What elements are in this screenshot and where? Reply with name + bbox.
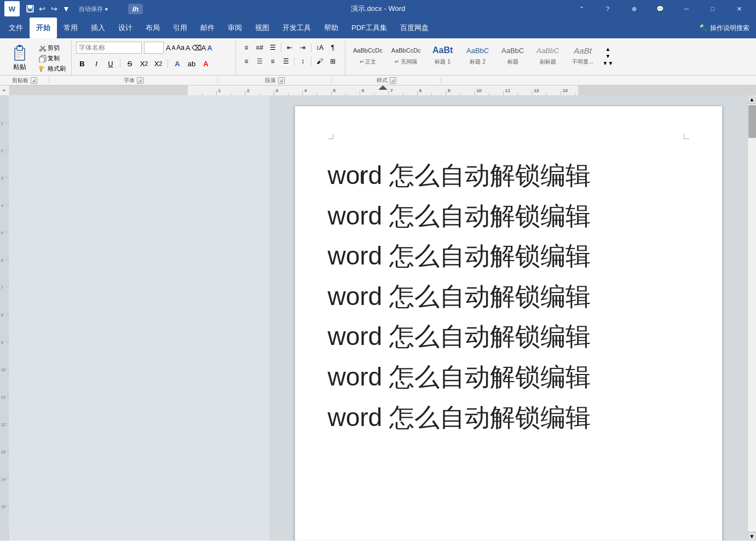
menu-mailings[interactable]: 邮件 — [194, 18, 221, 38]
justify-button[interactable]: ☰ — [280, 55, 292, 67]
styles-expand-btn[interactable]: ⊿ — [390, 77, 396, 84]
menu-developer[interactable]: 开发工具 — [276, 18, 318, 38]
menu-help-search[interactable]: 🔦操作说明搜索 — [695, 18, 754, 38]
superscript-button[interactable]: X2 — [152, 57, 164, 70]
svg-text:7: 7 — [390, 88, 393, 93]
font-name-input[interactable] — [76, 42, 142, 54]
doc-line-1[interactable]: word 怎么自动解锁编辑 — [328, 156, 689, 196]
menu-review[interactable]: 审阅 — [221, 18, 249, 38]
paste-icon — [11, 44, 28, 61]
menu-baidu[interactable]: 百度网盘 — [394, 18, 435, 38]
styles-expand-btn[interactable]: ▼▼ — [603, 60, 614, 66]
show-formatting-button[interactable]: ¶ — [327, 42, 339, 54]
doc-line-3[interactable]: word 怎么自动解锁编辑 — [328, 236, 689, 277]
cut-button[interactable]: 剪切 — [38, 43, 67, 53]
style-heading[interactable]: AaBbC 标题 — [497, 42, 529, 67]
text-effect-button[interactable]: A — [171, 57, 183, 70]
scroll-up-btn[interactable]: ▲ — [748, 95, 757, 104]
menu-home[interactable]: 开始 — [30, 18, 57, 38]
menu-view[interactable]: 视图 — [249, 18, 276, 38]
text-cursor — [361, 172, 362, 183]
menu-layout[interactable]: 布局 — [139, 18, 166, 38]
clear-format-icon[interactable]: ⌫A — [192, 44, 206, 52]
svg-rect-1 — [28, 5, 32, 8]
document-page[interactable]: word 怎么自动解锁编辑word 怎么自动解锁编辑word 怎么自动解锁编辑w… — [295, 106, 722, 540]
bold-button[interactable]: B — [76, 57, 88, 70]
doc-line-2[interactable]: word 怎么自动解锁编辑 — [328, 196, 689, 237]
styles-up-btn[interactable]: ▲ — [603, 46, 614, 52]
strikethrough-button[interactable]: S — [124, 57, 136, 70]
document-content[interactable]: word 怎么自动解锁编辑word 怎么自动解锁编辑word 怎么自动解锁编辑w… — [328, 156, 689, 438]
share-btn[interactable]: ⊕ — [621, 0, 647, 18]
style-subtle[interactable]: AaBt 不明显... — [567, 42, 599, 67]
text-highlight-icon[interactable]: A — [186, 44, 191, 52]
doc-line-5[interactable]: word 怎么自动解锁编辑 — [328, 316, 689, 357]
minimize-btn[interactable]: ─ — [674, 0, 699, 18]
copy-button[interactable]: 复制 — [38, 54, 67, 63]
maximize-btn[interactable]: □ — [700, 0, 725, 18]
style-subtitle[interactable]: AaBbC 副标题 — [532, 42, 564, 67]
style-normal[interactable]: AaBbCcDc ↵ 正文 — [350, 42, 386, 67]
scroll-thumb[interactable] — [748, 105, 756, 138]
ribbon-collapse-btn[interactable]: ⌃ — [569, 0, 594, 18]
clipboard-expand-btn[interactable]: ⊿ — [31, 77, 37, 84]
font-case-icon[interactable]: Aa — [176, 44, 184, 51]
font-size-input[interactable] — [144, 42, 164, 54]
help-btn[interactable]: ? — [595, 0, 620, 18]
shading-button[interactable]: 🖌 — [314, 55, 326, 67]
sort-button[interactable]: ↕A — [314, 42, 326, 54]
scroll-down-btn[interactable]: ▼ — [748, 532, 757, 540]
menu-pdf[interactable]: PDF工具集 — [345, 18, 394, 38]
paragraph-expand-btn[interactable]: ⊿ — [278, 77, 285, 84]
save-icon[interactable] — [25, 4, 35, 14]
font-size-increase-icon[interactable]: A — [166, 44, 171, 52]
ribbon-label-paragraph: 段落 ⊿ — [218, 76, 332, 85]
vertical-scrollbar[interactable]: ▲ ▼ — [747, 95, 756, 540]
align-center-button[interactable]: ☰ — [253, 55, 266, 67]
doc-line-7[interactable]: word 怎么自动解锁编辑 — [328, 398, 689, 438]
menu-common[interactable]: 常用 — [57, 18, 84, 38]
paste-button[interactable]: 粘贴 — [7, 42, 33, 75]
undo-icon[interactable]: ↩ — [37, 4, 47, 14]
decrease-indent-button[interactable]: ⇤ — [284, 42, 296, 54]
font-expand-btn[interactable]: ⊿ — [137, 77, 143, 84]
close-btn[interactable]: ✕ — [726, 0, 752, 18]
svg-text:6: 6 — [1, 258, 3, 262]
doc-line-6[interactable]: word 怎么自动解锁编辑 — [328, 357, 689, 398]
font-a-icon[interactable]: A — [207, 44, 212, 52]
redo-icon[interactable]: ↪ — [49, 4, 59, 14]
underline-button[interactable]: U — [105, 57, 117, 70]
italic-button[interactable]: I — [90, 57, 102, 70]
increase-indent-button[interactable]: ⇥ — [297, 42, 309, 54]
menu-insert[interactable]: 插入 — [84, 18, 112, 38]
multilevel-list-button[interactable]: ☰ — [267, 42, 279, 54]
styles-down-btn[interactable]: ▼ — [603, 53, 614, 59]
svg-text:15: 15 — [1, 505, 5, 509]
subscript-button[interactable]: X2 — [138, 57, 150, 70]
menu-help[interactable]: 帮助 — [318, 18, 345, 38]
line-spacing-button[interactable]: ↕ — [297, 55, 309, 67]
align-right-button[interactable]: ≡ — [267, 55, 279, 67]
style-more[interactable]: ▲ ▼ ▼▼ — [602, 42, 615, 67]
style-no-spacing[interactable]: AaBbCcDc ↵ 无间隔 — [388, 42, 424, 67]
text-highlight-color-button[interactable]: ab — [186, 57, 198, 70]
align-left-button[interactable]: ≡ — [240, 55, 252, 67]
document-area[interactable]: word 怎么自动解锁编辑word 怎么自动解锁编辑word 怎么自动解锁编辑w… — [269, 95, 747, 540]
font-color-button[interactable]: A — [200, 57, 212, 70]
customize-icon[interactable]: ▼ — [61, 4, 71, 14]
format-painter-button[interactable]: 格式刷 — [38, 64, 67, 73]
ruler-corner[interactable]: ⌐ — [0, 85, 10, 95]
svg-text:1: 1 — [1, 122, 3, 125]
menu-references[interactable]: 引用 — [166, 18, 194, 38]
doc-line-4[interactable]: word 怎么自动解锁编辑 — [328, 277, 689, 317]
style-heading1[interactable]: AaBt 标题 1 — [426, 42, 459, 67]
style-heading2[interactable]: AaBbC 标题 2 — [461, 42, 494, 67]
menu-design[interactable]: 设计 — [112, 18, 139, 38]
menu-file[interactable]: 文件 — [2, 18, 30, 38]
comments-btn[interactable]: 💬 — [648, 0, 673, 18]
font-size-decrease-icon[interactable]: A — [172, 45, 176, 51]
bullets-button[interactable]: ≡ — [240, 42, 252, 54]
borders-button[interactable]: ⊞ — [327, 55, 339, 67]
numbering-button[interactable]: ≡# — [253, 42, 266, 54]
svg-text:5: 5 — [333, 88, 336, 93]
